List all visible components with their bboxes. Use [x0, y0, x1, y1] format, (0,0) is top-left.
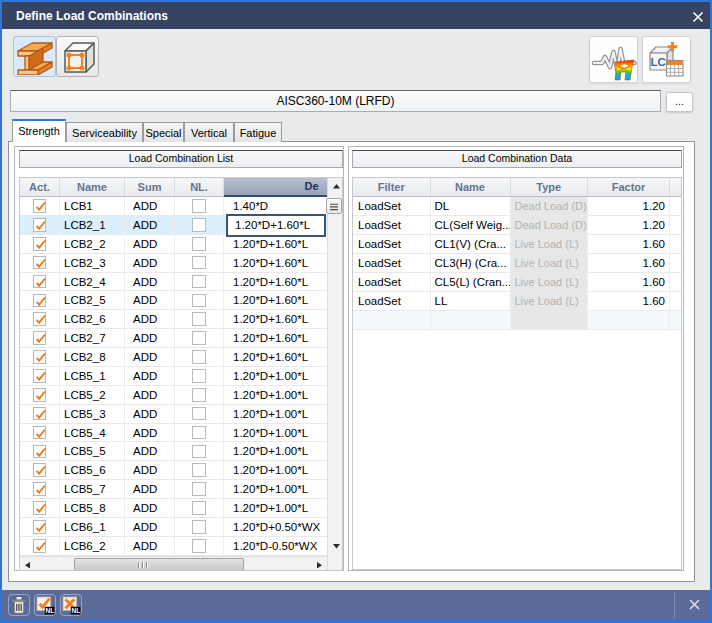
svg-text:NL: NL — [46, 607, 55, 614]
svg-text:LC: LC — [651, 56, 666, 68]
svg-text:NL: NL — [72, 607, 81, 614]
